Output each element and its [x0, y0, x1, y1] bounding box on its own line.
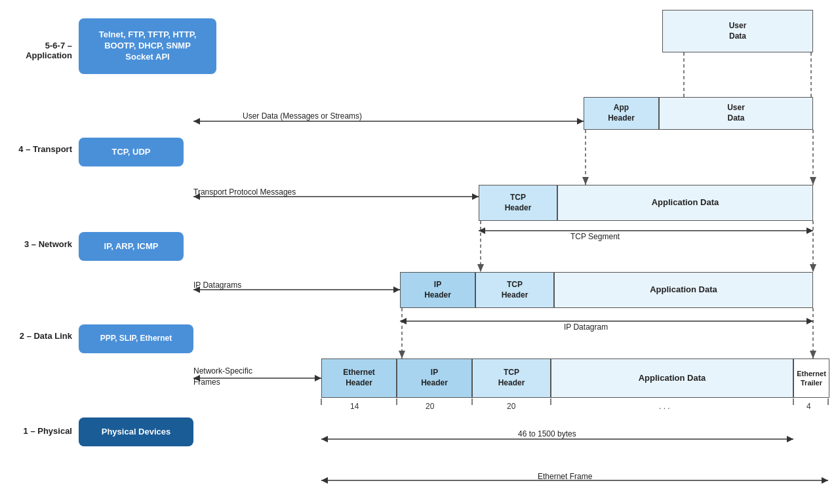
- network-proto-box: IP, ARP, ICMP: [79, 232, 184, 261]
- byte-20-1: 20: [426, 402, 434, 411]
- svg-marker-4: [582, 177, 589, 185]
- byte-dots: . . .: [659, 402, 670, 411]
- tcp-header-2-box: TCPHeader: [475, 272, 554, 308]
- svg-marker-9: [810, 264, 816, 272]
- byte-14: 14: [350, 402, 359, 411]
- tcp-header-3-box: TCPHeader: [472, 359, 551, 398]
- ethernet-frame-label: Ethernet Frame: [538, 472, 592, 481]
- app-data-3-box: Application Data: [551, 359, 793, 398]
- byte-20-2: 20: [507, 402, 515, 411]
- network-diagram: 5-6-7 – Application 4 – Transport 3 – Ne…: [0, 0, 836, 504]
- svg-marker-13: [810, 351, 816, 359]
- user-data-arrow-label: User Data (Messages or Streams): [243, 111, 362, 121]
- app-data-1-box: Application Data: [557, 185, 813, 221]
- layer-physical: 1 – Physical: [0, 426, 72, 436]
- physical-proto-box: Physical Devices: [79, 417, 193, 446]
- transport-arrow-label: Transport Protocol Messages: [193, 187, 296, 197]
- layer-application: 5-6-7 – Application: [0, 41, 72, 60]
- ip-header-2-box: IPHeader: [397, 359, 472, 398]
- layer-transport: 4 – Transport: [0, 144, 72, 154]
- eth-header-box: EthernetHeader: [321, 359, 397, 398]
- svg-marker-22: [806, 227, 813, 234]
- byte-4: 4: [806, 402, 811, 411]
- tcp-segment-label: TCP Segment: [570, 232, 620, 241]
- bytes-range-label: 46 to 1500 bytes: [518, 429, 576, 438]
- svg-marker-12: [399, 351, 405, 359]
- app-header-box: AppHeader: [584, 97, 659, 130]
- svg-marker-31: [315, 375, 321, 381]
- svg-marker-8: [477, 264, 484, 272]
- svg-marker-5: [810, 177, 816, 185]
- eth-trailer-box: EthernetTrailer: [793, 359, 829, 398]
- transport-proto-box: TCP, UDP: [79, 138, 184, 166]
- ip-header-1-box: IPHeader: [400, 272, 475, 308]
- svg-marker-16: [577, 118, 584, 125]
- svg-marker-28: [806, 318, 813, 324]
- datalink-proto-box: PPP, SLIP, Ethernet: [79, 324, 193, 353]
- svg-marker-25: [393, 286, 400, 293]
- user-data-top-box: UserData: [662, 10, 813, 52]
- app-data-2-box: Application Data: [554, 272, 813, 308]
- svg-marker-36: [321, 477, 328, 484]
- svg-marker-27: [400, 318, 407, 324]
- layer-datalink: 2 – Data Link: [0, 331, 72, 341]
- tcp-header-1-box: TCPHeader: [479, 185, 557, 221]
- frames-arrow-label: Network-SpecificFrames: [193, 366, 252, 388]
- svg-marker-34: [787, 436, 793, 442]
- app-proto-box: Telnet, FTP, TFTP, HTTP,BOOTP, DHCP, SNM…: [79, 18, 216, 74]
- ip-datagram-label: IP Datagram: [564, 322, 608, 332]
- user-data-2-box: UserData: [659, 97, 813, 130]
- layer-network: 3 – Network: [0, 239, 72, 249]
- ip-arrow-label: IP Datagrams: [193, 281, 241, 290]
- svg-marker-19: [472, 193, 479, 200]
- svg-marker-37: [822, 477, 828, 484]
- svg-marker-33: [321, 436, 328, 442]
- svg-marker-21: [479, 227, 485, 234]
- svg-marker-15: [193, 118, 200, 125]
